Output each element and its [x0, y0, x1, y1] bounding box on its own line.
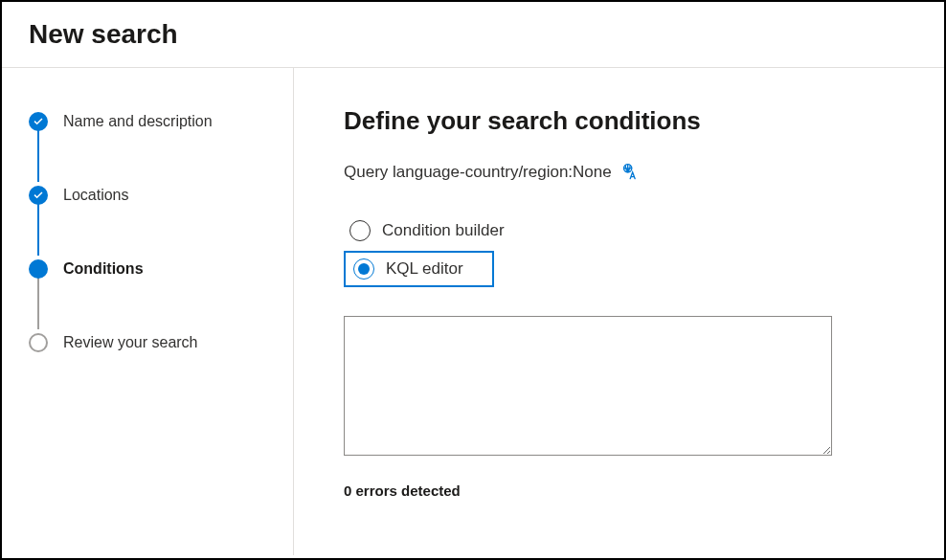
translate-icon[interactable]: [621, 163, 641, 182]
radio-label: KQL editor: [386, 259, 463, 279]
step-connector: [37, 129, 39, 182]
radio-label: Condition builder: [382, 221, 505, 240]
step-locations[interactable]: Locations: [29, 184, 274, 207]
radio-condition-builder[interactable]: Condition builder: [344, 216, 894, 245]
step-name-and-description[interactable]: Name and description: [29, 110, 274, 133]
checkmark-icon: [29, 112, 48, 131]
radio-selected-icon: [353, 258, 374, 280]
wizard-content: Define your search conditions Query lang…: [294, 68, 944, 555]
page-title: New search: [29, 19, 917, 50]
query-language-label: Query language-country/region:: [344, 163, 573, 182]
editor-mode-radio-group: Condition builder KQL editor: [344, 216, 894, 293]
wizard-steps-list: Name and description Locations Condition…: [29, 110, 274, 354]
step-label: Review your search: [63, 334, 198, 351]
content-heading: Define your search conditions: [344, 106, 894, 136]
query-language-row: Query language-country/region: None: [344, 163, 894, 182]
step-review-your-search[interactable]: Review your search: [29, 331, 274, 354]
step-conditions[interactable]: Conditions: [29, 258, 274, 280]
radio-kql-editor[interactable]: KQL editor: [344, 251, 494, 287]
step-connector: [37, 277, 39, 329]
upcoming-step-icon: [29, 333, 48, 352]
radio-dot-icon: [358, 263, 370, 275]
page-header: New search: [2, 2, 944, 68]
wizard-layout: Name and description Locations Condition…: [2, 68, 944, 555]
step-label: Name and description: [63, 113, 213, 130]
step-label: Conditions: [63, 260, 144, 278]
errors-detected-text: 0 errors detected: [344, 482, 894, 499]
step-label: Locations: [63, 187, 129, 204]
current-step-icon: [29, 259, 48, 279]
wizard-steps-sidebar: Name and description Locations Condition…: [2, 68, 294, 555]
step-connector: [37, 203, 39, 256]
radio-unselected-icon: [349, 220, 371, 241]
query-language-value: None: [573, 163, 612, 182]
kql-editor-input[interactable]: [344, 316, 832, 456]
checkmark-icon: [29, 186, 48, 205]
